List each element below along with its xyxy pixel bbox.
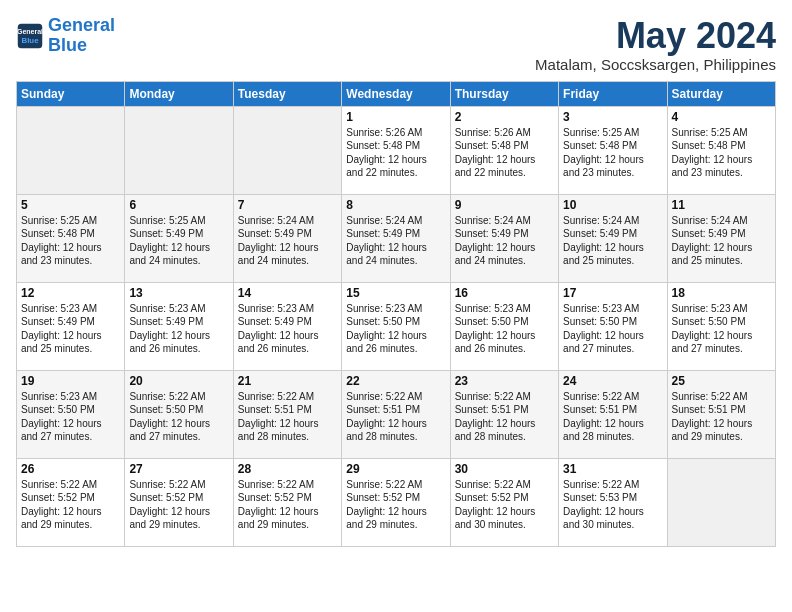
calendar-cell: 6Sunrise: 5:25 AM Sunset: 5:49 PM Daylig…: [125, 194, 233, 282]
calendar-cell: 21Sunrise: 5:22 AM Sunset: 5:51 PM Dayli…: [233, 370, 341, 458]
day-number: 22: [346, 374, 445, 388]
calendar-cell: 25Sunrise: 5:22 AM Sunset: 5:51 PM Dayli…: [667, 370, 775, 458]
day-info: Sunrise: 5:22 AM Sunset: 5:52 PM Dayligh…: [129, 478, 228, 532]
calendar-cell: 18Sunrise: 5:23 AM Sunset: 5:50 PM Dayli…: [667, 282, 775, 370]
day-number: 14: [238, 286, 337, 300]
day-info: Sunrise: 5:25 AM Sunset: 5:48 PM Dayligh…: [21, 214, 120, 268]
calendar-cell: [125, 106, 233, 194]
location-title: Matalam, Soccsksargen, Philippines: [535, 56, 776, 73]
day-info: Sunrise: 5:22 AM Sunset: 5:52 PM Dayligh…: [346, 478, 445, 532]
day-info: Sunrise: 5:25 AM Sunset: 5:48 PM Dayligh…: [672, 126, 771, 180]
weekday-header-thursday: Thursday: [450, 81, 558, 106]
calendar-cell: 2Sunrise: 5:26 AM Sunset: 5:48 PM Daylig…: [450, 106, 558, 194]
weekday-header-tuesday: Tuesday: [233, 81, 341, 106]
day-number: 15: [346, 286, 445, 300]
day-info: Sunrise: 5:23 AM Sunset: 5:49 PM Dayligh…: [129, 302, 228, 356]
calendar-cell: 30Sunrise: 5:22 AM Sunset: 5:52 PM Dayli…: [450, 458, 558, 546]
day-number: 30: [455, 462, 554, 476]
calendar-cell: 3Sunrise: 5:25 AM Sunset: 5:48 PM Daylig…: [559, 106, 667, 194]
calendar-cell: 7Sunrise: 5:24 AM Sunset: 5:49 PM Daylig…: [233, 194, 341, 282]
calendar-cell: 23Sunrise: 5:22 AM Sunset: 5:51 PM Dayli…: [450, 370, 558, 458]
calendar-cell: 29Sunrise: 5:22 AM Sunset: 5:52 PM Dayli…: [342, 458, 450, 546]
day-info: Sunrise: 5:22 AM Sunset: 5:51 PM Dayligh…: [238, 390, 337, 444]
calendar-cell: 15Sunrise: 5:23 AM Sunset: 5:50 PM Dayli…: [342, 282, 450, 370]
day-number: 28: [238, 462, 337, 476]
logo-icon: General Blue: [16, 22, 44, 50]
day-number: 12: [21, 286, 120, 300]
calendar-header: SundayMondayTuesdayWednesdayThursdayFrid…: [17, 81, 776, 106]
logo-text: GeneralBlue: [48, 16, 115, 56]
weekday-header-saturday: Saturday: [667, 81, 775, 106]
day-info: Sunrise: 5:24 AM Sunset: 5:49 PM Dayligh…: [563, 214, 662, 268]
calendar-cell: [233, 106, 341, 194]
day-info: Sunrise: 5:22 AM Sunset: 5:51 PM Dayligh…: [455, 390, 554, 444]
calendar-cell: [17, 106, 125, 194]
day-info: Sunrise: 5:22 AM Sunset: 5:53 PM Dayligh…: [563, 478, 662, 532]
day-info: Sunrise: 5:23 AM Sunset: 5:49 PM Dayligh…: [238, 302, 337, 356]
calendar-cell: 19Sunrise: 5:23 AM Sunset: 5:50 PM Dayli…: [17, 370, 125, 458]
calendar-cell: 17Sunrise: 5:23 AM Sunset: 5:50 PM Dayli…: [559, 282, 667, 370]
calendar-cell: 4Sunrise: 5:25 AM Sunset: 5:48 PM Daylig…: [667, 106, 775, 194]
day-info: Sunrise: 5:22 AM Sunset: 5:51 PM Dayligh…: [672, 390, 771, 444]
weekday-header-sunday: Sunday: [17, 81, 125, 106]
day-number: 16: [455, 286, 554, 300]
day-info: Sunrise: 5:23 AM Sunset: 5:50 PM Dayligh…: [672, 302, 771, 356]
title-block: May 2024 Matalam, Soccsksargen, Philippi…: [535, 16, 776, 73]
day-number: 24: [563, 374, 662, 388]
calendar-cell: 14Sunrise: 5:23 AM Sunset: 5:49 PM Dayli…: [233, 282, 341, 370]
svg-text:General: General: [17, 28, 43, 35]
weekday-header-friday: Friday: [559, 81, 667, 106]
day-info: Sunrise: 5:25 AM Sunset: 5:49 PM Dayligh…: [129, 214, 228, 268]
day-info: Sunrise: 5:23 AM Sunset: 5:50 PM Dayligh…: [455, 302, 554, 356]
day-info: Sunrise: 5:25 AM Sunset: 5:48 PM Dayligh…: [563, 126, 662, 180]
day-info: Sunrise: 5:23 AM Sunset: 5:50 PM Dayligh…: [563, 302, 662, 356]
day-number: 19: [21, 374, 120, 388]
day-info: Sunrise: 5:23 AM Sunset: 5:50 PM Dayligh…: [21, 390, 120, 444]
day-info: Sunrise: 5:22 AM Sunset: 5:52 PM Dayligh…: [21, 478, 120, 532]
calendar-week-row: 5Sunrise: 5:25 AM Sunset: 5:48 PM Daylig…: [17, 194, 776, 282]
day-number: 13: [129, 286, 228, 300]
day-number: 4: [672, 110, 771, 124]
calendar-cell: 20Sunrise: 5:22 AM Sunset: 5:50 PM Dayli…: [125, 370, 233, 458]
calendar-cell: 12Sunrise: 5:23 AM Sunset: 5:49 PM Dayli…: [17, 282, 125, 370]
day-number: 2: [455, 110, 554, 124]
day-number: 5: [21, 198, 120, 212]
day-info: Sunrise: 5:24 AM Sunset: 5:49 PM Dayligh…: [455, 214, 554, 268]
day-number: 18: [672, 286, 771, 300]
day-number: 23: [455, 374, 554, 388]
day-info: Sunrise: 5:22 AM Sunset: 5:51 PM Dayligh…: [346, 390, 445, 444]
calendar-week-row: 26Sunrise: 5:22 AM Sunset: 5:52 PM Dayli…: [17, 458, 776, 546]
day-info: Sunrise: 5:22 AM Sunset: 5:52 PM Dayligh…: [455, 478, 554, 532]
day-number: 10: [563, 198, 662, 212]
day-number: 17: [563, 286, 662, 300]
day-number: 29: [346, 462, 445, 476]
day-number: 21: [238, 374, 337, 388]
calendar-cell: 27Sunrise: 5:22 AM Sunset: 5:52 PM Dayli…: [125, 458, 233, 546]
calendar-cell: 1Sunrise: 5:26 AM Sunset: 5:48 PM Daylig…: [342, 106, 450, 194]
day-info: Sunrise: 5:22 AM Sunset: 5:50 PM Dayligh…: [129, 390, 228, 444]
calendar-table: SundayMondayTuesdayWednesdayThursdayFrid…: [16, 81, 776, 547]
day-info: Sunrise: 5:22 AM Sunset: 5:52 PM Dayligh…: [238, 478, 337, 532]
day-number: 26: [21, 462, 120, 476]
day-number: 25: [672, 374, 771, 388]
logo: General Blue GeneralBlue: [16, 16, 115, 56]
day-number: 31: [563, 462, 662, 476]
calendar-week-row: 19Sunrise: 5:23 AM Sunset: 5:50 PM Dayli…: [17, 370, 776, 458]
weekday-header-wednesday: Wednesday: [342, 81, 450, 106]
calendar-cell: 22Sunrise: 5:22 AM Sunset: 5:51 PM Dayli…: [342, 370, 450, 458]
day-number: 27: [129, 462, 228, 476]
svg-text:Blue: Blue: [21, 36, 39, 45]
weekday-header-row: SundayMondayTuesdayWednesdayThursdayFrid…: [17, 81, 776, 106]
page-header: General Blue GeneralBlue May 2024 Matala…: [16, 16, 776, 73]
calendar-week-row: 12Sunrise: 5:23 AM Sunset: 5:49 PM Dayli…: [17, 282, 776, 370]
day-number: 11: [672, 198, 771, 212]
day-info: Sunrise: 5:22 AM Sunset: 5:51 PM Dayligh…: [563, 390, 662, 444]
day-number: 9: [455, 198, 554, 212]
day-info: Sunrise: 5:24 AM Sunset: 5:49 PM Dayligh…: [238, 214, 337, 268]
day-info: Sunrise: 5:26 AM Sunset: 5:48 PM Dayligh…: [455, 126, 554, 180]
calendar-cell: 28Sunrise: 5:22 AM Sunset: 5:52 PM Dayli…: [233, 458, 341, 546]
calendar-cell: 5Sunrise: 5:25 AM Sunset: 5:48 PM Daylig…: [17, 194, 125, 282]
day-number: 20: [129, 374, 228, 388]
day-info: Sunrise: 5:23 AM Sunset: 5:49 PM Dayligh…: [21, 302, 120, 356]
day-info: Sunrise: 5:24 AM Sunset: 5:49 PM Dayligh…: [346, 214, 445, 268]
